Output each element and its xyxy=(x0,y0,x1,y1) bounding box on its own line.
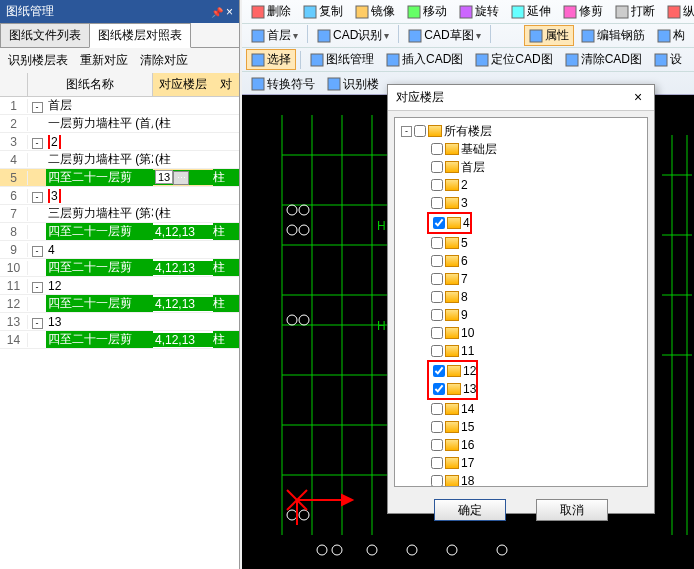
floor-checkbox[interactable] xyxy=(431,457,443,469)
tree-node[interactable]: 5 xyxy=(401,234,643,252)
tree-node[interactable]: 8 xyxy=(401,288,643,306)
tree-toggle[interactable]: - xyxy=(28,243,46,257)
floor-checkbox[interactable] xyxy=(431,291,443,303)
floor-checkbox[interactable] xyxy=(431,475,443,487)
table-row[interactable]: 4 二层剪力墙柱平 (第2层)(柱 xyxy=(0,151,239,169)
subtab-rematch[interactable]: 重新对应 xyxy=(74,50,134,71)
tb-编辑钢筋[interactable]: 编辑钢筋 xyxy=(576,25,650,46)
table-row[interactable]: 3-2 xyxy=(0,133,239,151)
table-row[interactable]: 12 四至二十一层剪4,12,13柱 xyxy=(0,295,239,313)
floor-checkbox[interactable] xyxy=(431,161,443,173)
floor-tree: - 所有楼层 基础层首层2345678910111213141516171819… xyxy=(399,122,643,487)
tree-node[interactable]: 7 xyxy=(401,270,643,288)
subtab-clear[interactable]: 清除对应 xyxy=(134,50,194,71)
table-row[interactable]: 13-13 xyxy=(0,313,239,331)
browse-button[interactable]: ⋯ xyxy=(173,171,189,185)
tree-node[interactable]: 基础层 xyxy=(401,140,643,158)
tb-旋转[interactable]: 旋转 xyxy=(454,1,504,22)
floor-checkbox[interactable] xyxy=(431,309,443,321)
floor-checkbox[interactable] xyxy=(431,421,443,433)
tb-延伸[interactable]: 延伸 xyxy=(506,1,556,22)
tree-node[interactable]: 2 xyxy=(401,176,643,194)
tree-node[interactable]: 18 xyxy=(401,472,643,487)
tb-清除CAD图[interactable]: 清除CAD图 xyxy=(560,49,647,70)
tree-node[interactable]: 4 xyxy=(429,214,470,232)
tb-纵[interactable]: 纵 xyxy=(662,1,694,22)
tree-toggle[interactable]: - xyxy=(28,315,46,329)
floor-input[interactable]: 13 xyxy=(155,170,173,184)
tb-移动[interactable]: 移动 xyxy=(402,1,452,22)
tree-node[interactable]: 12 xyxy=(429,362,476,380)
tree-node[interactable]: 10 xyxy=(401,324,643,342)
tb-插入CAD图[interactable]: 插入CAD图 xyxy=(381,49,468,70)
tb-构[interactable]: 构 xyxy=(652,25,690,46)
tab-file-list[interactable]: 图纸文件列表 xyxy=(0,23,90,47)
table-row[interactable]: 6-3 xyxy=(0,187,239,205)
close-panel-icon[interactable]: × xyxy=(226,5,233,19)
tb-首层[interactable]: 首层▾ xyxy=(246,25,303,46)
table-row[interactable]: 10 四至二十一层剪4,12,13柱 xyxy=(0,259,239,277)
floor-checkbox[interactable] xyxy=(431,197,443,209)
tree-node[interactable]: 15 xyxy=(401,418,643,436)
subtab-identify[interactable]: 识别楼层表 xyxy=(2,50,74,71)
tb-转换符号[interactable]: 转换符号 xyxy=(246,74,320,95)
tree-toggle[interactable]: - xyxy=(28,189,46,203)
table-row[interactable]: 5 四至二十一层剪13⋯柱 xyxy=(0,169,239,187)
tb-打断[interactable]: 打断 xyxy=(610,1,660,22)
table-row[interactable]: 2 一层剪力墙柱平 (首层)(柱 xyxy=(0,115,239,133)
close-icon[interactable]: × xyxy=(630,89,646,106)
tb-图纸管理[interactable]: 图纸管理 xyxy=(305,49,379,70)
pin-icon[interactable]: 📌 xyxy=(211,7,223,18)
tb-识别楼[interactable]: 识别楼 xyxy=(322,74,384,95)
table-row[interactable]: 14 四至二十一层剪4,12,13柱 xyxy=(0,331,239,349)
table-row[interactable]: 7 三层剪力墙柱平 (第3层)(柱 xyxy=(0,205,239,223)
tree-node[interactable]: 16 xyxy=(401,436,643,454)
tree-node[interactable]: 14 xyxy=(401,400,643,418)
tb-CAD草图[interactable]: CAD草图▾ xyxy=(403,25,485,46)
tree-node[interactable]: 3 xyxy=(401,194,643,212)
tb-定位CAD图[interactable]: 定位CAD图 xyxy=(470,49,557,70)
tb-复制[interactable]: 复制 xyxy=(298,1,348,22)
floor-checkbox[interactable] xyxy=(431,345,443,357)
floor-checkbox[interactable] xyxy=(431,327,443,339)
tb-删除[interactable]: 删除 xyxy=(246,1,296,22)
root-checkbox[interactable] xyxy=(414,125,426,137)
tb-属性[interactable]: 属性 xyxy=(524,25,574,46)
tree-node[interactable]: 13 xyxy=(429,380,476,398)
floor-checkbox[interactable] xyxy=(431,403,443,415)
table-row[interactable]: 1-首层 xyxy=(0,97,239,115)
tree-toggle[interactable]: - xyxy=(28,99,46,113)
tb-选择[interactable]: 选择 xyxy=(246,49,296,70)
table-row[interactable]: 8 四至二十一层剪4,12,13柱 xyxy=(0,223,239,241)
tb-修剪[interactable]: 修剪 xyxy=(558,1,608,22)
dialog-body[interactable]: - 所有楼层 基础层首层2345678910111213141516171819… xyxy=(394,117,648,487)
row-floor: 13⋯ xyxy=(153,170,213,185)
tree-node[interactable]: 6 xyxy=(401,252,643,270)
tb-设[interactable]: 设 xyxy=(649,49,687,70)
tree-toggle[interactable]: - xyxy=(28,135,46,149)
floor-checkbox[interactable] xyxy=(433,217,445,229)
cancel-button[interactable]: 取消 xyxy=(536,499,608,521)
tree-node[interactable]: 首层 xyxy=(401,158,643,176)
table-row[interactable]: 11-12 xyxy=(0,277,239,295)
tree-node[interactable]: 17 xyxy=(401,454,643,472)
tree-toggle[interactable]: - xyxy=(28,279,46,293)
floor-checkbox[interactable] xyxy=(431,179,443,191)
collapse-icon[interactable]: - xyxy=(401,126,412,137)
floor-checkbox[interactable] xyxy=(431,439,443,451)
tb-镜像[interactable]: 镜像 xyxy=(350,1,400,22)
tree-node[interactable]: 9 xyxy=(401,306,643,324)
ok-button[interactable]: 确定 xyxy=(434,499,506,521)
tb-CAD识别[interactable]: CAD识别▾ xyxy=(312,25,394,46)
tab-floor-map[interactable]: 图纸楼层对照表 xyxy=(89,23,191,48)
tree-root-node[interactable]: - 所有楼层 xyxy=(401,122,643,140)
table-row[interactable]: 9-4 xyxy=(0,241,239,259)
floor-checkbox[interactable] xyxy=(433,365,445,377)
floor-checkbox[interactable] xyxy=(431,255,443,267)
floor-checkbox[interactable] xyxy=(433,383,445,395)
tree-node[interactable]: 11 xyxy=(401,342,643,360)
floor-checkbox[interactable] xyxy=(431,237,443,249)
floor-checkbox[interactable] xyxy=(431,143,443,155)
grid-body[interactable]: 1-首层2 一层剪力墙柱平 (首层)(柱3-24 二层剪力墙柱平 (第2层)(柱… xyxy=(0,97,239,569)
floor-checkbox[interactable] xyxy=(431,273,443,285)
